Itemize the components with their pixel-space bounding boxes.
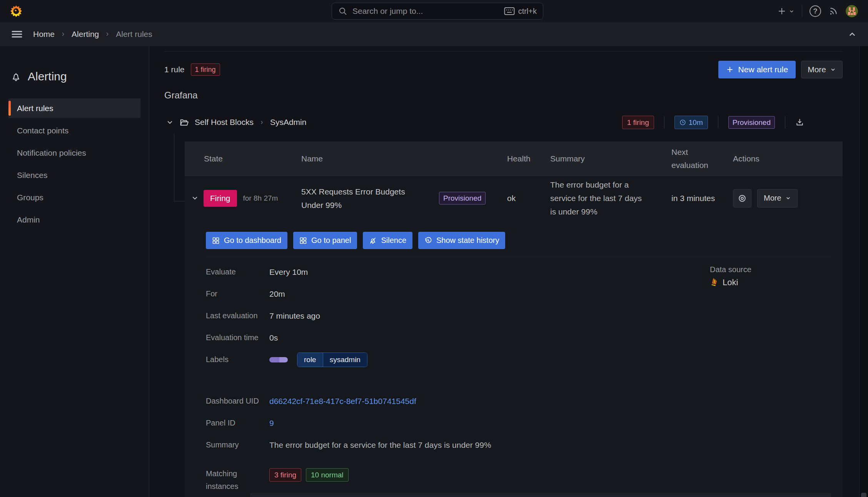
keyboard-icon [504, 7, 515, 15]
column-header-name: Name [301, 154, 507, 163]
go-to-dashboard-button[interactable]: Go to dashboard [206, 232, 287, 249]
user-avatar[interactable] [846, 5, 858, 17]
go-to-panel-button[interactable]: Go to panel [293, 232, 357, 249]
toolbar-actions: New alert rule More [718, 61, 843, 78]
go-to-panel-label: Go to panel [311, 236, 351, 245]
plus-icon [726, 66, 734, 73]
help-button[interactable]: ? [810, 5, 821, 17]
menu-toggle-button[interactable] [12, 30, 22, 39]
matching-instance-badges: 3 firing 10 normal [269, 467, 349, 493]
shortcut-label: ctrl+k [518, 7, 537, 16]
sidebar-item-label: Admin [17, 215, 40, 224]
firing-count-badge: 1 firing [191, 63, 220, 76]
collapse-group-chevron-icon[interactable] [166, 119, 174, 126]
data-source-block: Data source [710, 265, 751, 288]
rule-action-buttons: Go to dashboard Go to panel [206, 232, 831, 249]
sidebar-item-contact-points[interactable]: Contact points [8, 121, 140, 140]
divider [664, 116, 664, 128]
sidebar-item-label: Silences [17, 171, 47, 180]
sidebar-item-silences[interactable]: Silences [8, 165, 140, 185]
interval-label: 10m [689, 119, 703, 126]
rule-name-link[interactable]: 5XX Requests Error Budgets Under 99% [301, 185, 428, 212]
alert-rule-row: Firing for 8h 27m 5XX Requests Error Bud… [185, 176, 843, 220]
detail-row-summary: Summary The error budget for a service f… [206, 434, 831, 456]
group-provisioned-badge: Provisioned [728, 116, 775, 129]
sidebar-item-admin[interactable]: Admin [8, 210, 140, 229]
grafana-app: Search or jump to... ctrl+k [0, 0, 868, 497]
apps-grid-icon [212, 237, 220, 244]
export-group-button[interactable] [795, 118, 804, 127]
label-color-pill [269, 357, 288, 362]
labels-value: role sysadmin [269, 352, 367, 367]
view-rule-button[interactable] [733, 189, 751, 208]
chevron-right-icon [60, 32, 66, 37]
label-key: role [297, 353, 323, 367]
loki-logo-icon [710, 278, 718, 287]
chevron-down-icon [789, 8, 795, 14]
folder-name[interactable]: Self Host Blocks [195, 118, 254, 127]
detail-row-panel-id: Panel ID 9 [206, 412, 831, 434]
summary-cell: The error budget for a service for the l… [550, 178, 671, 218]
new-alert-rule-button[interactable]: New alert rule [718, 61, 796, 78]
rule-count: 1 rule [164, 65, 185, 74]
detail-row-labels: Labels role sysadmin [206, 349, 831, 371]
plus-icon [777, 7, 786, 16]
evaluation-interval-badge: 10m [674, 116, 708, 129]
apps-grid-icon [299, 237, 307, 244]
column-header-actions: Actions [733, 154, 843, 163]
group-firing-badge: 1 firing [622, 116, 654, 129]
collapse-header-button[interactable] [848, 30, 856, 38]
panel-id-link[interactable]: 9 [269, 419, 274, 428]
news-rss-button[interactable] [828, 6, 838, 16]
rule-more-button[interactable]: More [757, 189, 798, 208]
new-menu-button[interactable] [777, 7, 795, 16]
chevron-down-icon [785, 195, 791, 201]
rule-expanded-details: Go to dashboard Go to panel [185, 220, 843, 497]
search-shortcut: ctrl+k [504, 7, 537, 16]
sidebar-item-alert-rules[interactable]: Alert rules [8, 98, 140, 118]
detail-label: Panel ID [206, 419, 269, 427]
search-input[interactable]: Search or jump to... ctrl+k [332, 3, 543, 20]
more-actions-button[interactable]: More [801, 61, 843, 78]
sidebar-item-groups[interactable]: Groups [8, 188, 140, 207]
top-bar: Search or jump to... ctrl+k [0, 0, 868, 22]
firing-state-badge[interactable]: Firing [204, 190, 237, 207]
for-value: 20m [269, 289, 285, 299]
folder-group-row: Self Host Blocks SysAdmin 1 firing 10m [166, 113, 843, 132]
silence-button[interactable]: Silence [363, 232, 412, 249]
detail-label: For [206, 289, 269, 298]
matching-firing-badge: 3 firing [269, 468, 301, 482]
collapse-rule-chevron-icon[interactable] [191, 194, 199, 202]
breadcrumb-bar: Home Alerting Alert rules [0, 22, 868, 46]
sidebar-item-label: Contact points [17, 126, 68, 135]
data-source-value: Loki [710, 278, 751, 288]
scrollbar[interactable] [859, 46, 868, 497]
data-source-name: Loki [723, 278, 738, 288]
breadcrumb-home[interactable]: Home [33, 30, 55, 39]
breadcrumb: Home Alerting Alert rules [33, 30, 152, 39]
sidebar-item-notification-policies[interactable]: Notification policies [8, 143, 140, 163]
data-source-label: Data source [710, 265, 751, 274]
dashboard-uid-link[interactable]: d66242cf-71e8-417c-8ef7-51b0741545df [269, 397, 416, 406]
topbar-actions: ? [777, 5, 858, 17]
evaluation-group-name[interactable]: SysAdmin [270, 118, 307, 127]
summary-annotation-value: The error budget for a service for the l… [269, 440, 491, 450]
breadcrumb-alert-rules: Alert rules [116, 30, 152, 39]
evaluate-value: Every 10m [269, 268, 308, 277]
detail-label: Matching instances [206, 467, 269, 493]
folder-open-icon [179, 118, 189, 127]
alerting-sidebar: Alerting Alert rules Contact points Noti… [0, 46, 149, 497]
column-header-next-evaluation: Next evaluation [671, 146, 733, 172]
show-state-history-button[interactable]: Show state history [418, 232, 505, 249]
actions-cell: More [733, 189, 843, 208]
breadcrumb-alerting[interactable]: Alerting [72, 30, 99, 39]
divider [718, 116, 718, 128]
scrollbar-thumb[interactable] [861, 493, 866, 497]
bell-slash-icon [369, 237, 377, 244]
chevron-right-icon [105, 32, 110, 37]
name-cell: 5XX Requests Error Budgets Under 99% Pro… [301, 185, 507, 212]
label-key-value-badge[interactable]: role sysadmin [297, 352, 367, 367]
rule-provisioned-badge: Provisioned [439, 192, 486, 204]
firing-duration: for 8h 27m [243, 194, 278, 203]
grafana-logo-icon[interactable] [10, 3, 23, 19]
